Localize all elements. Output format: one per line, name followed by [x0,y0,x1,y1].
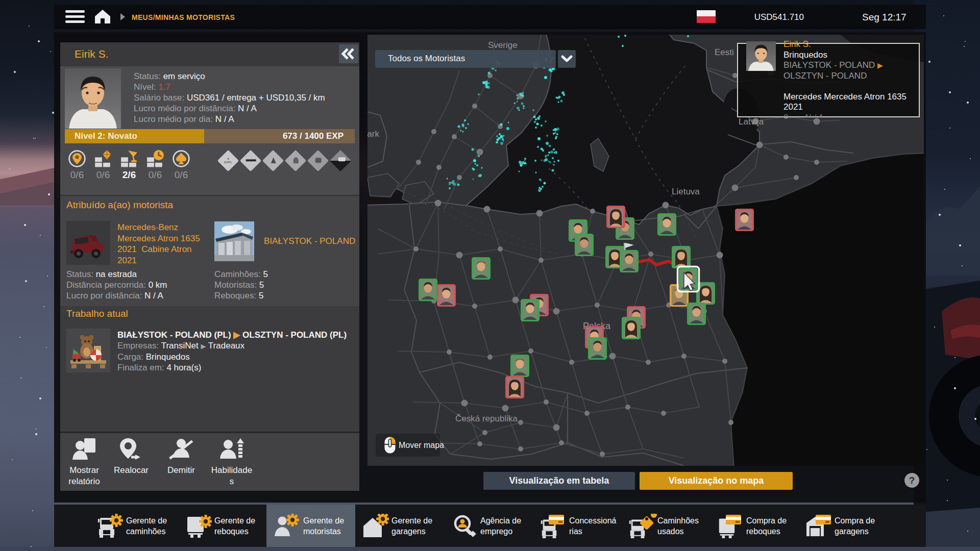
svg-text:Danmark: Danmark [368,129,379,139]
svg-text:Lietuva: Lietuva [672,187,700,196]
svg-text:Eesti: Eesti [715,47,734,57]
svg-text:Sverige: Sverige [488,40,518,50]
svg-text:Latvija: Latvija [739,117,764,127]
svg-text:Česká republika: Česká republika [455,414,518,423]
